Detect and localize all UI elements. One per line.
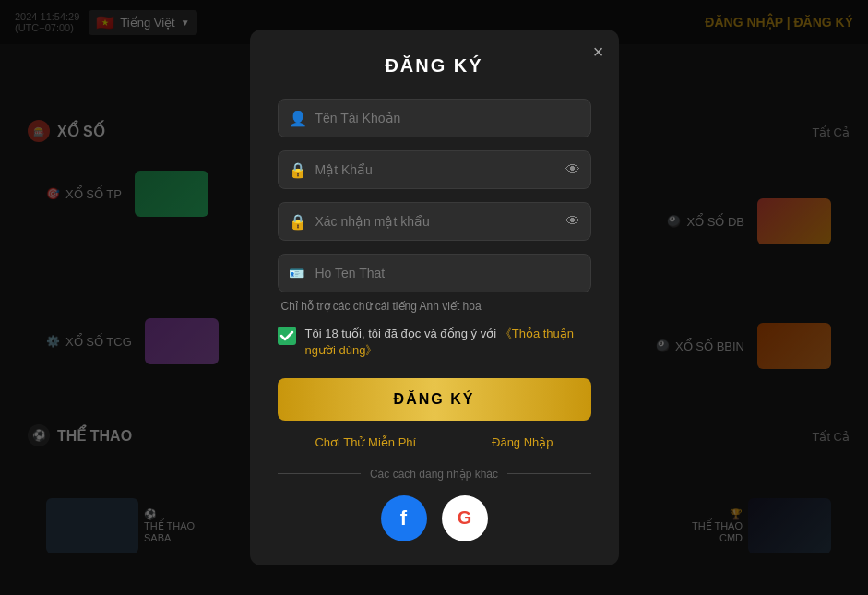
username-group: 👤 [278, 99, 591, 137]
password-toggle-icon[interactable]: 👁 [565, 161, 580, 178]
social-login-row: f G [278, 495, 591, 541]
register-modal: × ĐĂNG KÝ 👤 🔒 👁 🔒 👁 🪪 [250, 30, 619, 565]
bottom-links: Chơi Thử Miễn Phí Đăng Nhập [278, 435, 591, 449]
play-free-link[interactable]: Chơi Thử Miễn Phí [315, 435, 416, 449]
divider-left [278, 473, 361, 474]
confirm-toggle-icon[interactable]: 👁 [565, 213, 580, 230]
facebook-login-button[interactable]: f [381, 495, 427, 541]
divider-right [507, 473, 590, 474]
fullname-hint: Chỉ hỗ trợ các chữ cái tiếng Anh viết ho… [278, 300, 591, 313]
confirm-password-input[interactable] [278, 202, 591, 241]
modal-backdrop: × ĐĂNG KÝ 👤 🔒 👁 🔒 👁 🪪 [0, 0, 868, 595]
terms-label: Tôi 18 tuổi, tôi đã đọc và đồng ý với 《T… [305, 326, 591, 359]
register-button[interactable]: ĐĂNG KÝ [278, 378, 591, 421]
close-button[interactable]: × [593, 42, 604, 61]
username-input[interactable] [278, 99, 591, 137]
password-group: 🔒 👁 [278, 150, 591, 189]
fullname-input[interactable] [278, 254, 591, 292]
modal-title: ĐĂNG KÝ [278, 55, 591, 77]
user-icon: 👤 [289, 110, 307, 127]
checkbox-checked-icon[interactable] [278, 327, 296, 345]
lock-icon: 🔒 [289, 161, 307, 179]
password-input[interactable] [278, 150, 591, 189]
login-link[interactable]: Đăng Nhập [492, 435, 553, 449]
lock-confirm-icon: 🔒 [289, 213, 307, 231]
confirm-password-group: 🔒 👁 [278, 202, 591, 241]
divider-text: Các cách đăng nhập khác [370, 468, 498, 481]
fullname-group: 🪪 [278, 254, 591, 292]
google-login-button[interactable]: G [442, 495, 488, 541]
terms-checkbox-row: Tôi 18 tuổi, tôi đã đọc và đồng ý với 《T… [278, 326, 591, 359]
id-card-icon: 🪪 [289, 266, 304, 280]
divider: Các cách đăng nhập khác [278, 468, 591, 481]
